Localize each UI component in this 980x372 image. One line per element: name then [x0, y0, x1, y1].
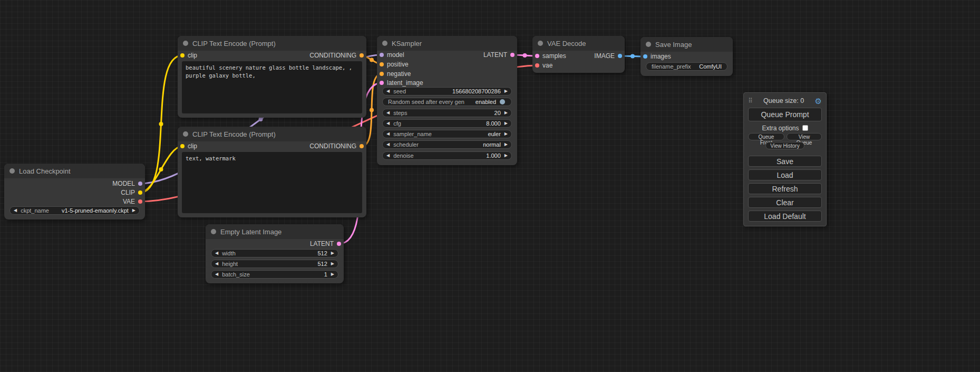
- node-title-bar[interactable]: CLIP Text Encode (Prompt): [178, 36, 366, 51]
- extra-options-checkbox[interactable]: [802, 125, 808, 131]
- input-port-vae[interactable]: vae: [535, 61, 552, 70]
- widget-width[interactable]: ◀ width 512 ▶: [211, 249, 338, 257]
- decrement-arrow-icon[interactable]: ◀: [383, 130, 393, 138]
- input-port-negative[interactable]: negative: [380, 70, 411, 78]
- increment-arrow-icon[interactable]: ▶: [501, 119, 511, 128]
- widget-random-seed-toggle[interactable]: Random seed after every gen enabled: [382, 98, 512, 106]
- widget-scheduler[interactable]: ◀ scheduler normal ▶: [382, 140, 512, 149]
- input-port-latent-image[interactable]: latent_image: [380, 79, 423, 87]
- settings-gear-icon[interactable]: ⚙: [815, 97, 822, 105]
- output-port-clip[interactable]: CLIP: [121, 188, 142, 197]
- node-title-bar[interactable]: Save Image: [641, 37, 733, 52]
- output-port-model[interactable]: MODEL: [112, 179, 142, 188]
- clip-port-dot[interactable]: [180, 144, 185, 148]
- conditioning-port-dot[interactable]: [380, 72, 384, 76]
- node-title-bar[interactable]: CLIP Text Encode (Prompt): [178, 127, 366, 141]
- node-title-bar[interactable]: Empty Latent Image: [206, 224, 344, 239]
- increment-arrow-icon[interactable]: ▶: [501, 87, 511, 96]
- node-clip-text-encode-negative[interactable]: CLIP Text Encode (Prompt) clip CONDITION…: [178, 127, 366, 217]
- input-port-positive[interactable]: positive: [380, 60, 409, 69]
- decrement-arrow-icon[interactable]: ◀: [383, 119, 393, 128]
- node-clip-text-encode-positive[interactable]: CLIP Text Encode (Prompt) clip CONDITION…: [178, 36, 366, 118]
- increment-arrow-icon[interactable]: ▶: [501, 151, 511, 160]
- input-port-samples[interactable]: samples: [535, 52, 566, 60]
- conditioning-port-dot[interactable]: [360, 53, 364, 58]
- node-empty-latent-image[interactable]: Empty Latent Image LATENT ◀ width 512 ▶ …: [206, 224, 344, 283]
- clip-port-dot[interactable]: [180, 53, 185, 58]
- node-load-checkpoint[interactable]: Load Checkpoint MODEL CLIP VAE ◀ ckpt_na…: [4, 164, 145, 220]
- collapse-toggle-icon[interactable]: [646, 42, 651, 47]
- image-port-dot[interactable]: [643, 54, 647, 59]
- latent-port-dot[interactable]: [380, 81, 384, 85]
- input-port-images[interactable]: images: [643, 52, 671, 61]
- output-port-conditioning[interactable]: CONDITIONING: [309, 142, 364, 150]
- negative-prompt-textarea[interactable]: text, watermark: [182, 152, 362, 213]
- increment-arrow-icon[interactable]: ▶: [501, 109, 511, 117]
- vae-port-dot[interactable]: [535, 63, 539, 68]
- clear-button[interactable]: Clear: [748, 197, 822, 208]
- widget-cfg[interactable]: ◀ cfg 8.000 ▶: [382, 119, 512, 128]
- queue-front-button[interactable]: Queue Front: [748, 133, 784, 140]
- vae-port-dot[interactable]: [138, 199, 142, 204]
- decrement-arrow-icon[interactable]: ◀: [383, 87, 393, 96]
- output-port-latent[interactable]: LATENT: [483, 51, 515, 59]
- increment-arrow-icon[interactable]: ▶: [327, 270, 338, 279]
- output-port-image[interactable]: IMAGE: [594, 52, 622, 60]
- node-title-bar[interactable]: KSampler: [377, 36, 517, 51]
- conditioning-port-dot[interactable]: [360, 144, 364, 148]
- view-history-button[interactable]: View History: [765, 142, 804, 149]
- queue-prompt-button[interactable]: Queue Prompt: [748, 108, 822, 121]
- input-port-clip[interactable]: clip: [180, 51, 197, 60]
- decrement-arrow-icon[interactable]: ◀: [383, 151, 393, 160]
- widget-batch-size[interactable]: ◀ batch_size 1 ▶: [211, 270, 338, 279]
- increment-arrow-icon[interactable]: ▶: [129, 206, 139, 215]
- view-queue-button[interactable]: View Queue: [787, 133, 822, 140]
- increment-arrow-icon[interactable]: ▶: [501, 140, 511, 149]
- toggle-knob[interactable]: [500, 99, 505, 104]
- node-ksampler[interactable]: KSampler model positive negative latent_…: [377, 36, 517, 165]
- latent-port-dot[interactable]: [337, 242, 341, 246]
- decrement-arrow-icon[interactable]: ◀: [10, 206, 21, 215]
- model-port-dot[interactable]: [380, 53, 384, 57]
- load-default-button[interactable]: Load Default: [748, 211, 822, 222]
- clip-port-dot[interactable]: [138, 190, 142, 195]
- collapse-toggle-icon[interactable]: [9, 168, 15, 174]
- output-port-vae[interactable]: VAE: [123, 197, 142, 206]
- save-button[interactable]: Save: [748, 156, 822, 167]
- decrement-arrow-icon[interactable]: ◀: [211, 270, 222, 279]
- decrement-arrow-icon[interactable]: ◀: [383, 109, 393, 117]
- widget-steps[interactable]: ◀ steps 20 ▶: [382, 109, 512, 117]
- widget-filename-prefix[interactable]: filename_prefix ComfyUI: [646, 62, 727, 71]
- widget-denoise[interactable]: ◀ denoise 1.000 ▶: [382, 151, 512, 160]
- node-save-image[interactable]: Save Image images filename_prefix ComfyU…: [641, 37, 733, 76]
- collapse-toggle-icon[interactable]: [382, 41, 387, 46]
- widget-ckpt-name[interactable]: ◀ ckpt_name v1-5-pruned-emaonly.ckpt ▶: [9, 206, 140, 215]
- latent-port-dot[interactable]: [510, 53, 515, 57]
- model-port-dot[interactable]: [138, 182, 142, 186]
- node-vae-decode[interactable]: VAE Decode samples vae IMAGE: [532, 36, 625, 73]
- node-title-bar[interactable]: Load Checkpoint: [4, 164, 145, 178]
- decrement-arrow-icon[interactable]: ◀: [211, 260, 222, 268]
- widget-seed[interactable]: ◀ seed 156680208700286 ▶: [382, 87, 512, 96]
- latent-port-dot[interactable]: [535, 54, 539, 58]
- conditioning-port-dot[interactable]: [380, 62, 384, 66]
- input-port-model[interactable]: model: [380, 51, 404, 59]
- decrement-arrow-icon[interactable]: ◀: [211, 249, 222, 257]
- increment-arrow-icon[interactable]: ▶: [327, 260, 338, 268]
- collapse-toggle-icon[interactable]: [538, 41, 543, 46]
- widget-sampler-name[interactable]: ◀ sampler_name euler ▶: [382, 130, 512, 138]
- collapse-toggle-icon[interactable]: [211, 229, 216, 234]
- collapse-toggle-icon[interactable]: [183, 131, 188, 137]
- widget-height[interactable]: ◀ height 512 ▶: [211, 260, 338, 268]
- image-port-dot[interactable]: [618, 54, 622, 58]
- refresh-button[interactable]: Refresh: [748, 183, 822, 194]
- positive-prompt-textarea[interactable]: beautiful scenery nature glass bottle la…: [182, 61, 362, 113]
- collapse-toggle-icon[interactable]: [183, 41, 188, 46]
- decrement-arrow-icon[interactable]: ◀: [383, 140, 393, 149]
- output-port-latent[interactable]: LATENT: [310, 240, 341, 248]
- drag-handle-icon[interactable]: ⠿: [748, 97, 753, 104]
- input-port-clip[interactable]: clip: [180, 142, 197, 150]
- node-title-bar[interactable]: VAE Decode: [532, 36, 625, 51]
- output-port-conditioning[interactable]: CONDITIONING: [309, 51, 364, 60]
- increment-arrow-icon[interactable]: ▶: [327, 249, 338, 257]
